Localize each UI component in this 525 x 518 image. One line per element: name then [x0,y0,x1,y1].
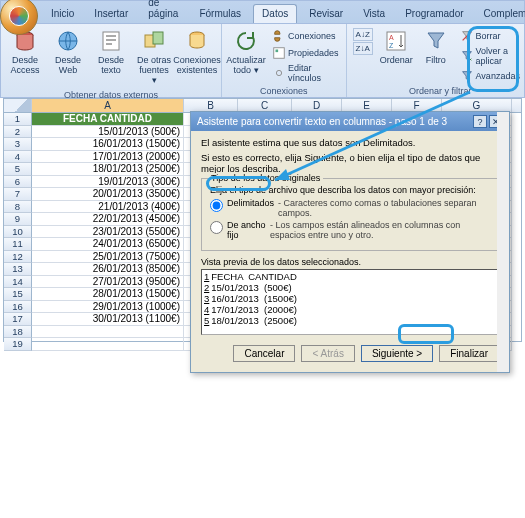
fixed-width-label: De ancho fijo [227,220,266,240]
cell[interactable]: 25/01/2013 (7500€) [32,251,184,264]
next-button[interactable]: Siguiente > [361,345,433,362]
tab-inicio[interactable]: Inicio [43,5,82,23]
cell[interactable]: 29/01/2013 (1000€) [32,301,184,314]
cancel-button[interactable]: Cancelar [233,345,295,362]
edit-links-button[interactable]: Editar vínculos [269,62,342,84]
row-header[interactable]: 13 [4,263,32,276]
sort-za-button[interactable]: Z↓A [353,42,373,55]
row-header[interactable]: 8 [4,201,32,214]
from-text-button[interactable]: Desde texto [91,26,131,78]
group-label: Conexiones [226,84,342,98]
help-button[interactable]: ? [473,115,487,128]
group-sort-filter: A↓Z Z↓A AZ Ordenar Filtro Borrar Volver … [347,24,525,97]
ribbon: InicioInsertarDiseño de páginaFórmulasDa… [0,0,525,98]
wizard-intro-1: El asistente estima que sus datos son De… [201,137,499,148]
tab-complemento[interactable]: Complemento [476,5,525,23]
tab-revisar[interactable]: Revisar [301,5,351,23]
row-header[interactable]: 3 [4,138,32,151]
row-header[interactable]: 5 [4,163,32,176]
properties-button[interactable]: Propiedades [269,45,342,61]
text-to-columns-wizard: Asistente para convertir texto en column… [190,111,510,373]
group-connections: Actualizar todo ▾ Conexiones Propiedades… [222,24,347,97]
filter-button[interactable]: Filtro [418,26,454,68]
wizard-intro-2: Si esto es correcto, elija Siguiente, o … [201,152,499,174]
group-external-data: Desde Access Desde Web Desde texto De ot… [1,24,222,97]
sort-icon: AZ [384,29,408,53]
tab-programador[interactable]: Programador [397,5,471,23]
row-header[interactable]: 4 [4,151,32,164]
tab-insertar[interactable]: Insertar [86,5,136,23]
row-header[interactable]: 14 [4,276,32,289]
sort-button[interactable]: AZ Ordenar [378,26,415,68]
preview-line: 1FECHA CANTIDAD [204,271,496,282]
fixed-width-desc: - Los campos están alineados en columnas… [270,220,490,240]
row-header[interactable]: 2 [4,126,32,139]
row-header[interactable]: 6 [4,176,32,189]
web-icon [56,29,80,53]
row-header[interactable]: 1 [4,113,32,126]
preview-box[interactable]: 1FECHA CANTIDAD215/01/2013 (500€)316/01/… [201,269,499,335]
tab-vista[interactable]: Vista [355,5,393,23]
row-header[interactable]: 10 [4,226,32,239]
data-type-fieldset: Tipo de los datos originales Elija el ti… [201,178,499,251]
row-header[interactable]: 9 [4,213,32,226]
cell[interactable]: 23/01/2013 (5500€) [32,226,184,239]
select-all-corner[interactable] [4,99,32,112]
cell[interactable]: 27/01/2013 (9500€) [32,276,184,289]
clear-filter-button[interactable]: Borrar [457,28,525,44]
advanced-icon [460,69,474,83]
connections-button[interactable]: Conexiones [269,28,342,44]
cell[interactable]: 19/01/2013 (300€) [32,176,184,189]
row-header[interactable]: 12 [4,251,32,264]
cell[interactable]: FECHA CANTIDAD [32,113,184,126]
preview-scrollbar[interactable] [497,269,499,335]
filter-icon [424,29,448,53]
svg-rect-10 [276,50,279,53]
from-web-button[interactable]: Desde Web [48,26,88,78]
other-sources-icon [142,29,166,53]
advanced-button[interactable]: Avanzadas [457,68,525,84]
fixed-width-radio[interactable] [210,221,223,234]
cell[interactable] [32,338,184,351]
tab-fórmulas[interactable]: Fórmulas [191,5,249,23]
cell[interactable]: 17/01/2013 (2000€) [32,151,184,164]
wizard-title: Asistente para convertir texto en column… [197,116,447,127]
cell[interactable]: 21/01/2013 (400€) [32,201,184,214]
edit-links-icon [272,66,286,80]
row-header[interactable]: 11 [4,238,32,251]
tab-diseño-de-página[interactable]: Diseño de página [140,0,187,23]
reapply-button[interactable]: Volver a aplicar [457,45,525,67]
ribbon-tabs: InicioInsertarDiseño de páginaFórmulasDa… [1,1,524,23]
cell[interactable] [32,326,184,339]
cell[interactable]: 16/01/2013 (1500€) [32,138,184,151]
svg-rect-2 [103,32,119,50]
row-header[interactable]: 7 [4,188,32,201]
group-label: Ordenar y filtrar [351,84,525,98]
cell[interactable]: 22/01/2013 (4500€) [32,213,184,226]
tab-datos[interactable]: Datos [253,4,297,23]
row-header[interactable]: 17 [4,313,32,326]
cell[interactable]: 15/01/2013 (500€) [32,126,184,139]
existing-connections-button[interactable]: Conexiones existentes [177,26,217,78]
row-header[interactable]: 18 [4,326,32,339]
cell[interactable]: 24/01/2013 (6500€) [32,238,184,251]
cell[interactable]: 26/01/2013 (8500€) [32,263,184,276]
cell[interactable]: 28/01/2013 (1500€) [32,288,184,301]
cell[interactable]: 20/01/2013 (3500€) [32,188,184,201]
existing-conn-icon [185,29,209,53]
wizard-titlebar[interactable]: Asistente para convertir texto en column… [191,112,509,131]
row-header[interactable]: 15 [4,288,32,301]
sort-az-button[interactable]: A↓Z [353,28,373,41]
delimited-radio[interactable] [210,199,223,212]
fieldset-intro: Elija el tipo de archivo que describa lo… [210,185,490,195]
refresh-all-button[interactable]: Actualizar todo ▾ [226,26,266,78]
conn-icon [272,29,286,43]
cell[interactable]: 30/01/2013 (1100€) [32,313,184,326]
back-button[interactable]: < Atrás [301,345,354,362]
cell[interactable]: 18/01/2013 (2500€) [32,163,184,176]
finish-button[interactable]: Finalizar [439,345,499,362]
row-header[interactable]: 16 [4,301,32,314]
col-header-A[interactable]: A [32,99,184,112]
from-other-button[interactable]: De otras fuentes ▾ [134,26,174,88]
row-header[interactable]: 19 [4,338,32,351]
